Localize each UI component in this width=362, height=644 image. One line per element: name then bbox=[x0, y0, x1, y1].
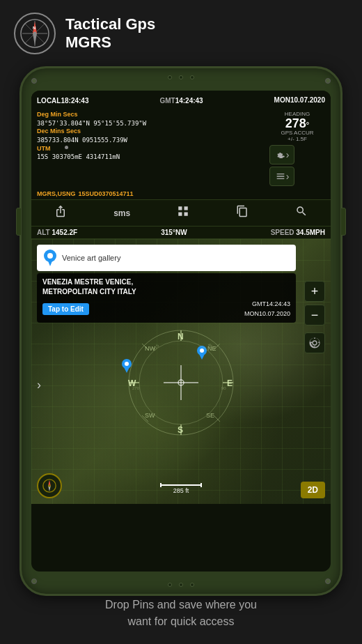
search-button[interactable] bbox=[291, 204, 312, 222]
svg-text:S: S bbox=[178, 425, 183, 435]
coord-value-2: 385733.804N 0951555.739W bbox=[37, 136, 269, 145]
settings-btn-2[interactable]: › bbox=[269, 167, 294, 186]
svg-text:270: 270 bbox=[132, 386, 140, 390]
settings-btn-1[interactable]: › bbox=[269, 145, 294, 164]
location-name: VENEZIA MESTRE VENICE, METROPOLITAN CITY… bbox=[42, 277, 290, 297]
svg-text:E: E bbox=[227, 378, 233, 388]
gmt-time-block: GMT14:24:43 bbox=[159, 93, 203, 106]
gmt-label: GMT14:24:43 bbox=[159, 97, 203, 105]
toolbar: sms bbox=[31, 199, 331, 227]
mgrs-label: MGRS,USNG bbox=[37, 190, 76, 197]
compass-icon-button[interactable] bbox=[37, 473, 62, 498]
local-label: LOCAL18:24:43 bbox=[37, 97, 88, 105]
alt-display: ALT 1452.2F bbox=[37, 229, 77, 236]
caption-line2: want for quick access bbox=[14, 613, 348, 630]
phone-frame: LOCAL18:24:43 GMT14:24:43 MON10.07.2020 … bbox=[19, 66, 343, 596]
sms-label: sms bbox=[113, 208, 130, 218]
zoom-out-button[interactable]: − bbox=[304, 305, 325, 325]
rivet-top-right bbox=[325, 78, 331, 84]
copy-button[interactable] bbox=[232, 204, 253, 222]
map-controls: + − bbox=[304, 281, 325, 353]
svg-text:N: N bbox=[178, 332, 184, 342]
svg-text:SE: SE bbox=[206, 412, 214, 419]
grid-icon bbox=[177, 205, 189, 220]
mgrs-value: 15SUD0370514711 bbox=[79, 190, 134, 197]
coord-label-2: Dec Mins Secs bbox=[37, 128, 269, 136]
mgrs-row: MGRS,USNG 15SUD0370514711 bbox=[31, 188, 331, 199]
utm-value: 15S 303705mE 4314711mN bbox=[37, 153, 269, 162]
2d-label[interactable]: 2D bbox=[301, 482, 325, 498]
rivet-bottom-right bbox=[325, 578, 331, 584]
side-button-right[interactable] bbox=[340, 208, 346, 236]
utm-dots bbox=[65, 145, 68, 153]
svg-point-7 bbox=[33, 32, 37, 36]
utm-label: UTM bbox=[37, 145, 51, 153]
settings-arrow-1: › bbox=[286, 149, 290, 160]
app-title-line1: Tactical Gps bbox=[65, 15, 155, 33]
scale-bar: 285 ft bbox=[160, 484, 202, 494]
location-time-info: GMT14:24:43 MON10.07.2020 bbox=[244, 300, 290, 319]
top-hole-2 bbox=[179, 75, 183, 79]
coords-right: HEADING 278° GPS ACCUR +/- 1.5F › bbox=[269, 111, 325, 186]
share-icon bbox=[54, 205, 67, 220]
scale-text: 285 ft bbox=[173, 487, 189, 494]
settings-panel: › › bbox=[269, 145, 325, 186]
status-bar: LOCAL18:24:43 GMT14:24:43 MON10.07.2020 bbox=[31, 91, 331, 109]
side-button-left[interactable] bbox=[16, 208, 22, 236]
location-search-bar[interactable]: Venice art gallery bbox=[37, 245, 296, 271]
app-title-line2: MGRS bbox=[65, 33, 155, 52]
coordinates-panel: Deg Min Secs 38°57'33.804"N 95°15'55.739… bbox=[31, 109, 331, 188]
location-info-box: VENEZIA MESTRE VENICE, METROPOLITAN CITY… bbox=[37, 273, 296, 323]
heading-direction: 315°NW bbox=[161, 229, 187, 236]
caption-line1: Drop Pins and save where you bbox=[14, 597, 348, 613]
scale-line bbox=[160, 484, 202, 486]
compass-rose: N S E W NE NW SE SW bbox=[125, 327, 237, 438]
coord-label-1: Deg Min Secs bbox=[37, 111, 269, 119]
svg-text:N: N bbox=[33, 26, 36, 30]
compass-logo: N bbox=[14, 13, 56, 54]
share-button[interactable] bbox=[50, 204, 71, 222]
utm-row: UTM bbox=[37, 145, 269, 153]
svg-text:90: 90 bbox=[221, 386, 226, 390]
speed-display: SPEED 34.5MPH bbox=[271, 229, 325, 236]
grid-button[interactable] bbox=[173, 204, 194, 222]
top-hole-1 bbox=[168, 75, 172, 79]
location-popup: Venice art gallery VENEZIA MESTRE VENICE… bbox=[37, 245, 296, 323]
svg-marker-10 bbox=[47, 259, 53, 266]
view-mode-button[interactable]: 2D bbox=[301, 482, 325, 498]
compass-button[interactable] bbox=[37, 473, 62, 498]
tap-to-edit-button[interactable]: Tap to Edit bbox=[42, 303, 89, 315]
status-date: MON10.07.2020 bbox=[274, 96, 325, 104]
alt-speed-bar: ALT 1452.2F 315°NW SPEED 34.5MPH bbox=[31, 227, 331, 239]
local-time-block: LOCAL18:24:43 bbox=[37, 93, 88, 106]
location-actions: Tap to Edit GMT14:24:43 MON10.07.2020 bbox=[42, 300, 290, 319]
gps-label: GPS ACCUR bbox=[269, 130, 325, 136]
search-icon bbox=[295, 205, 308, 220]
bottom-caption: Drop Pins and save where you want for qu… bbox=[0, 585, 362, 644]
phone-top-bar bbox=[168, 75, 194, 79]
coord-value-1: 38°57'33.804"N 95°15'55.739"W bbox=[37, 119, 269, 128]
coords-left: Deg Min Secs 38°57'33.804"N 95°15'55.739… bbox=[37, 111, 269, 186]
utm-dot bbox=[65, 146, 68, 149]
svg-text:SW: SW bbox=[145, 412, 155, 419]
back-button[interactable]: › bbox=[37, 378, 41, 392]
map-area[interactable]: Venice art gallery VENEZIA MESTRE VENICE… bbox=[31, 239, 331, 504]
svg-marker-6 bbox=[33, 33, 37, 45]
settings-arrow-2: › bbox=[286, 171, 290, 182]
app-header: N Tactical Gps MGRS bbox=[0, 0, 362, 61]
app-title-block: Tactical Gps MGRS bbox=[65, 15, 155, 52]
location-search-text: Venice art gallery bbox=[62, 254, 120, 262]
svg-point-47 bbox=[48, 484, 51, 487]
rivet-bottom-left bbox=[31, 578, 37, 584]
sms-button[interactable]: sms bbox=[109, 207, 134, 220]
location-target-button[interactable] bbox=[304, 332, 325, 353]
phone-screen: LOCAL18:24:43 GMT14:24:43 MON10.07.2020 … bbox=[31, 91, 331, 572]
rivet-top-left bbox=[31, 78, 37, 84]
heading-value: 278° bbox=[269, 117, 325, 130]
gps-value: +/- 1.5F bbox=[269, 136, 325, 142]
copy-icon bbox=[236, 205, 249, 220]
top-hole-3 bbox=[190, 75, 194, 79]
svg-point-11 bbox=[47, 253, 53, 259]
zoom-in-button[interactable]: + bbox=[304, 281, 325, 302]
